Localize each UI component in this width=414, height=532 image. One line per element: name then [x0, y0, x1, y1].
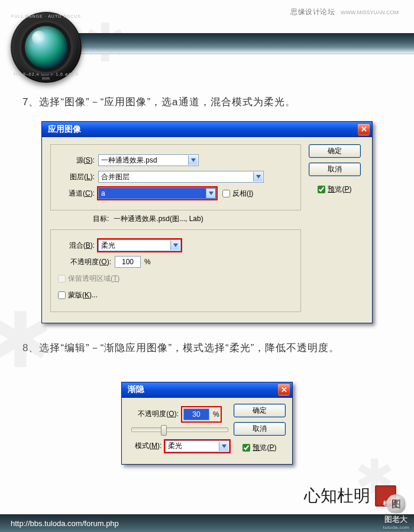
- fade-opacity-input[interactable]: 30: [183, 408, 209, 420]
- channel-value: a: [101, 189, 105, 197]
- ok-button[interactable]: 确定: [309, 144, 361, 158]
- header-site: 思缘设计论坛 WWW.MISSYUAN.COM: [290, 7, 399, 17]
- invert-label: 反相(I): [232, 189, 253, 199]
- channel-combo[interactable]: a: [98, 187, 216, 199]
- lens-glass: [25, 26, 67, 69]
- blend-group: 混合(B): 柔光 不透明度(O): 100 % 保留透明区域(T): [50, 229, 301, 312]
- preserve-trans-input: [58, 275, 66, 283]
- footer-url: http://bbs.tuloda.com/forum.php: [11, 519, 119, 528]
- site-url: WWW.MISSYUAN.COM: [341, 9, 399, 15]
- blend-combo[interactable]: 柔光: [98, 239, 181, 251]
- lens-ring-text-top: FULL RANGE · AUTO FOCUS: [11, 14, 82, 18]
- close-icon[interactable]: ✕: [278, 384, 290, 395]
- mask-label: 蒙版(K)...: [68, 290, 98, 300]
- chevron-down-icon[interactable]: [206, 189, 215, 198]
- layer-combo[interactable]: 合并图层: [98, 171, 264, 183]
- cancel-button[interactable]: 取消: [234, 422, 286, 436]
- chevron-down-icon[interactable]: [188, 155, 198, 165]
- dialog1-titlebar[interactable]: 应用图像 ✕: [42, 122, 372, 137]
- fade-opacity-value: 30: [192, 410, 200, 419]
- opacity-input[interactable]: 100: [115, 256, 141, 268]
- source-combo[interactable]: 一种通透效果.psd: [98, 154, 199, 166]
- target-line: 目标: 一种通透效果.psd(图..., Lab): [93, 213, 301, 225]
- invert-checkbox-input[interactable]: [222, 190, 230, 197]
- fade-dialog: 渐隐 ✕ 确定 取消 预览(P) 不透明度(O): 30 % 模式(M):: [121, 382, 293, 465]
- chevron-down-icon[interactable]: [253, 172, 263, 181]
- source-label: 源(S):: [58, 155, 98, 166]
- watermark-globe-icon: 图: [386, 494, 406, 514]
- fade-opacity-slider[interactable]: [131, 427, 228, 432]
- channel-label: 通道(C):: [58, 189, 98, 199]
- preserve-trans-label: 保留透明区域(T): [68, 274, 119, 284]
- dialog2-title: 渐隐: [128, 384, 144, 395]
- preview-label: 预览(P): [328, 184, 351, 194]
- watermark-sub: tuloda.com: [383, 525, 409, 530]
- step-7-text: 7、选择“图像”－“应用图像”，选a通道，混合模式为柔光。: [22, 93, 392, 112]
- mask-input[interactable]: [58, 291, 66, 299]
- target-label: 目标:: [93, 214, 109, 224]
- lens-ring-text-bottom: f=3,9–62,4 mm F 1,6 ø40,5 mm: [11, 72, 82, 80]
- layer-value: 合并图层: [101, 172, 130, 182]
- ok-button[interactable]: 确定: [234, 404, 286, 417]
- preview-checkbox[interactable]: 预览(P): [242, 443, 276, 453]
- chevron-down-icon[interactable]: [219, 442, 228, 451]
- watermark-title: 图老大: [384, 514, 407, 525]
- header-gradient-bar: [59, 33, 414, 54]
- blend-label: 混合(B):: [58, 241, 98, 251]
- opacity-label: 不透明度(O):: [58, 257, 115, 267]
- source-value: 一种通透效果.psd: [101, 155, 157, 166]
- percent-sign: %: [213, 410, 219, 419]
- dialog2-button-column: 确定 取消 预览(P): [233, 404, 286, 453]
- signature-text: 心知杜明: [304, 485, 370, 507]
- slider-thumb[interactable]: [161, 425, 167, 436]
- percent-sign: %: [144, 258, 151, 266]
- fade-opacity-label: 不透明度(O):: [130, 409, 182, 419]
- layer-label: 图层(L):: [58, 172, 98, 182]
- source-group: 源(S): 一种通透效果.psd 图层(L): 合并图层 通道(C): a: [50, 144, 301, 210]
- dialog1-title: 应用图像: [48, 124, 81, 135]
- author-signature: 心知杜明 杜明: [304, 485, 396, 507]
- site-name: 思缘设计论坛: [290, 8, 335, 16]
- step-8-text: 8、选择“编辑”－“渐隐应用图像”，模式选择“柔光”，降低不透明度。: [22, 339, 392, 358]
- target-value: 一种通透效果.psd(图..., Lab): [114, 214, 203, 224]
- camera-lens-logo: FULL RANGE · AUTO FOCUS f=3,9–62,4 mm F …: [11, 12, 82, 83]
- dialog1-button-column: 确定 取消 预览(P): [306, 144, 364, 194]
- preserve-trans-checkbox[interactable]: 保留透明区域(T): [58, 274, 119, 284]
- opacity-value: 100: [122, 258, 134, 266]
- mask-checkbox[interactable]: 蒙版(K)...: [58, 290, 98, 300]
- preview-checkbox-input[interactable]: [318, 186, 325, 193]
- preview-checkbox-input[interactable]: [242, 444, 250, 452]
- fade-mode-value: 柔光: [168, 441, 182, 451]
- preview-label: 预览(P): [253, 443, 276, 453]
- apply-image-dialog: 应用图像 ✕ 确定 取消 预览(P) 源(S): 一种通透效果.psd 图层(L…: [41, 121, 373, 323]
- chevron-down-icon[interactable]: [170, 241, 180, 250]
- fade-mode-combo[interactable]: 柔光: [165, 440, 229, 452]
- close-icon[interactable]: ✕: [358, 124, 370, 135]
- invert-checkbox[interactable]: 反相(I): [222, 189, 253, 199]
- cancel-button[interactable]: 取消: [309, 163, 361, 176]
- page-footer: http://bbs.tuloda.com/forum.php 图 图老大 tu…: [0, 514, 414, 532]
- page-header: 思缘设计论坛 WWW.MISSYUAN.COM FULL RANGE · AUT…: [0, 0, 414, 80]
- preview-checkbox[interactable]: 预览(P): [318, 184, 351, 194]
- blend-value: 柔光: [101, 241, 115, 251]
- fade-mode-label: 模式(M):: [130, 441, 165, 451]
- watermark-logo: 图 图老大 tuloda.com: [383, 494, 409, 530]
- dialog2-titlebar[interactable]: 渐隐 ✕: [122, 382, 292, 398]
